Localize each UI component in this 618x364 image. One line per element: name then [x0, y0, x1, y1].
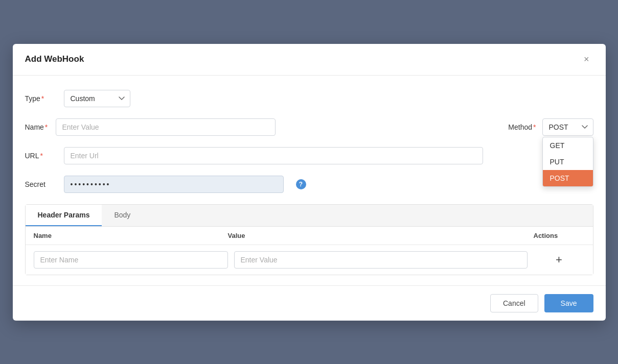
name-input[interactable] [56, 118, 276, 136]
dialog-footer: Cancel Save [13, 285, 606, 321]
table-body: + [26, 245, 593, 275]
tab-header-params[interactable]: Header Params [26, 205, 102, 226]
close-button[interactable]: × [580, 52, 593, 67]
tabs-header: Header Params Body [26, 205, 593, 227]
header-value-input[interactable] [234, 251, 528, 269]
name-method-row: Name* Method* POST GET PUT [25, 118, 593, 136]
url-label: URL* [25, 152, 56, 160]
webhook-dialog: Add WebHook × Type* Custom GitHub GitLab… [13, 44, 606, 321]
table-header: Name Value Actions [26, 227, 593, 245]
secret-label: Secret [25, 180, 56, 188]
type-row: Type* Custom GitHub GitLab Bitbucket [25, 90, 593, 107]
method-label: Method* [508, 123, 536, 131]
table-row: + [34, 251, 585, 269]
tabs-section: Header Params Body Name Value Actions + [25, 204, 593, 275]
dialog-title: Add WebHook [25, 54, 84, 64]
col-actions: Actions [534, 232, 585, 239]
url-row: URL* [25, 147, 593, 164]
secret-input[interactable] [64, 176, 284, 193]
type-label: Type* [25, 94, 56, 103]
method-group: Method* POST GET PUT POST [508, 118, 593, 136]
help-icon[interactable]: ? [296, 179, 306, 189]
url-input[interactable] [64, 147, 483, 164]
tabs-content: Name Value Actions + [26, 227, 593, 275]
type-select[interactable]: Custom GitHub GitLab Bitbucket [64, 90, 130, 107]
method-option-get[interactable]: GET [543, 137, 593, 154]
name-label: Name* [25, 123, 56, 131]
dialog-body: Type* Custom GitHub GitLab Bitbucket Nam… [13, 76, 606, 285]
col-value: Value [228, 232, 534, 239]
dialog-header: Add WebHook × [13, 44, 606, 76]
tab-body[interactable]: Body [102, 205, 143, 226]
col-name: Name [34, 232, 228, 239]
header-name-input[interactable] [34, 251, 228, 269]
method-select[interactable]: POST [542, 118, 593, 136]
add-row-button[interactable]: + [534, 251, 585, 269]
method-option-put[interactable]: PUT [543, 154, 593, 170]
method-option-post[interactable]: POST [543, 170, 593, 186]
method-dropdown: GET PUT POST [542, 137, 593, 187]
secret-row: Secret ? [25, 176, 593, 193]
method-select-wrapper: POST GET PUT POST [542, 118, 593, 136]
save-button[interactable]: Save [544, 294, 593, 312]
dialog-overlay: Add WebHook × Type* Custom GitHub GitLab… [0, 0, 618, 364]
cancel-button[interactable]: Cancel [490, 294, 538, 312]
